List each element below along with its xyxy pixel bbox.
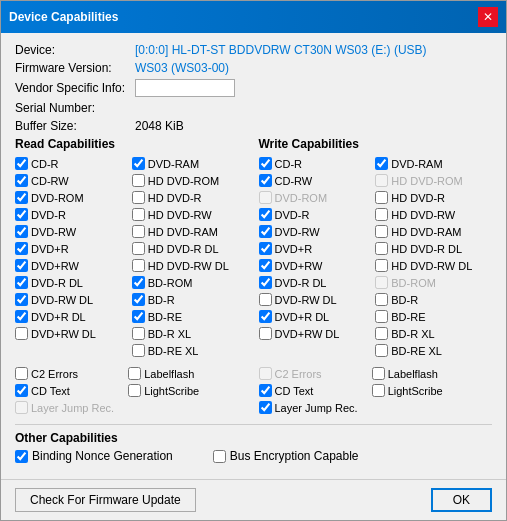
write-dvd-r-label: DVD-R	[275, 209, 310, 221]
write-col2: DVD-RAM HD DVD-ROM HD DVD-R HD DVD-RW HD…	[375, 155, 492, 359]
check-firmware-button[interactable]: Check For Firmware Update	[15, 488, 196, 512]
read-dvd-plus-rw-dl-check[interactable]	[15, 327, 28, 340]
vendor-input[interactable]	[135, 79, 235, 97]
read-dvd-r-dl-label: DVD-R DL	[31, 277, 83, 289]
write-bd-r-label: BD-R	[391, 294, 418, 306]
list-item: DVD+RW DL	[259, 325, 376, 342]
read-extra-col2: Labelflash LightScribe	[128, 365, 199, 416]
read-c2-errors-check[interactable]	[15, 367, 28, 380]
write-hd-dvd-r-check[interactable]	[375, 191, 388, 204]
list-item: DVD+R DL	[259, 308, 376, 325]
write-dvd-plus-r-check[interactable]	[259, 242, 272, 255]
read-dvd-r-dl-check[interactable]	[15, 276, 28, 289]
read-hd-dvd-ram-check[interactable]	[132, 225, 145, 238]
read-layer-jump-label: Layer Jump Rec.	[31, 402, 114, 414]
list-item: DVD-RAM	[132, 155, 249, 172]
write-lightscribe-check[interactable]	[372, 384, 385, 397]
read-hd-dvd-rw-check[interactable]	[132, 208, 145, 221]
list-item: HD DVD-ROM	[132, 172, 249, 189]
read-labelflash-check[interactable]	[128, 367, 141, 380]
write-dvd-plus-rw-dl-check[interactable]	[259, 327, 272, 340]
write-hd-dvd-rw-dl-check[interactable]	[375, 259, 388, 272]
read-dvd-plus-rw-check[interactable]	[15, 259, 28, 272]
write-cd-text-check[interactable]	[259, 384, 272, 397]
read-dvd-rom-check[interactable]	[15, 191, 28, 204]
write-extra: C2 Errors CD Text Layer Jump Rec. Labelf…	[259, 365, 493, 416]
read-bd-r-xl-label: BD-R XL	[148, 328, 191, 340]
write-hd-dvd-rom-check[interactable]	[375, 174, 388, 187]
read-bd-r-xl-check[interactable]	[132, 327, 145, 340]
write-hd-dvd-r-label: HD DVD-R	[391, 192, 445, 204]
list-item: DVD-RW	[259, 223, 376, 240]
read-hd-dvd-r-dl-label: HD DVD-R DL	[148, 243, 219, 255]
read-dvd-rw-dl-check[interactable]	[15, 293, 28, 306]
write-layer-jump-check[interactable]	[259, 401, 272, 414]
write-dvd-ram-check[interactable]	[375, 157, 388, 170]
write-cd-rw-check[interactable]	[259, 174, 272, 187]
bus-encryption-label: Bus Encryption Capable	[230, 449, 359, 463]
read-dvd-plus-r-label: DVD+R	[31, 243, 69, 255]
read-hd-dvd-rw-dl-check[interactable]	[132, 259, 145, 272]
firmware-value: WS03 (WS03-00)	[135, 61, 229, 75]
read-dvd-rw-check[interactable]	[15, 225, 28, 238]
read-cd-text-check[interactable]	[15, 384, 28, 397]
read-dvd-r-check[interactable]	[15, 208, 28, 221]
list-item: BD-R XL	[132, 325, 249, 342]
write-bd-rom-check[interactable]	[375, 276, 388, 289]
list-item: DVD+R	[15, 240, 132, 257]
write-cd-r-check[interactable]	[259, 157, 272, 170]
read-dvd-ram-check[interactable]	[132, 157, 145, 170]
write-layer-jump-label: Layer Jump Rec.	[275, 402, 358, 414]
write-dvd-r-dl-check[interactable]	[259, 276, 272, 289]
device-label: Device:	[15, 43, 135, 57]
read-c2-errors-label: C2 Errors	[31, 368, 78, 380]
read-hd-dvd-r-dl-check[interactable]	[132, 242, 145, 255]
list-item: LightScribe	[372, 382, 443, 399]
read-dvd-plus-r-dl-check[interactable]	[15, 310, 28, 323]
write-dvd-plus-rw-check[interactable]	[259, 259, 272, 272]
buffer-label: Buffer Size:	[15, 119, 135, 133]
read-cd-rw-check[interactable]	[15, 174, 28, 187]
write-c2-errors-check[interactable]	[259, 367, 272, 380]
close-button[interactable]: ✕	[478, 7, 498, 27]
write-dvd-r-check[interactable]	[259, 208, 272, 221]
write-bd-re-label: BD-RE	[391, 311, 425, 323]
write-dvd-plus-r-dl-check[interactable]	[259, 310, 272, 323]
write-dvd-rw-check[interactable]	[259, 225, 272, 238]
read-lightscribe-check[interactable]	[128, 384, 141, 397]
write-bd-r-xl-label: BD-R XL	[391, 328, 434, 340]
write-bd-r-check[interactable]	[375, 293, 388, 306]
write-dvd-plus-rw-label: DVD+RW	[275, 260, 323, 272]
read-hd-dvd-r-check[interactable]	[132, 191, 145, 204]
write-dvd-rw-dl-check[interactable]	[259, 293, 272, 306]
write-cap-grid: CD-R CD-RW DVD-ROM DVD-R DVD-RW DVD+R DV…	[259, 155, 493, 359]
read-bd-re-check[interactable]	[132, 310, 145, 323]
list-item: BD-RE	[132, 308, 249, 325]
binding-nonce-check[interactable]	[15, 450, 28, 463]
read-bd-rom-check[interactable]	[132, 276, 145, 289]
read-hd-dvd-rom-check[interactable]	[132, 174, 145, 187]
write-bd-r-xl-check[interactable]	[375, 327, 388, 340]
bus-encryption-check[interactable]	[213, 450, 226, 463]
read-dvd-plus-r-check[interactable]	[15, 242, 28, 255]
write-extra-col2: Labelflash LightScribe	[372, 365, 443, 416]
list-item: HD DVD-RAM	[375, 223, 492, 240]
write-cap-title: Write Capabilities	[259, 137, 493, 151]
write-labelflash-check[interactable]	[372, 367, 385, 380]
write-hd-dvd-ram-check[interactable]	[375, 225, 388, 238]
write-bd-re-check[interactable]	[375, 310, 388, 323]
ok-button[interactable]: OK	[431, 488, 492, 512]
read-bd-r-check[interactable]	[132, 293, 145, 306]
read-bd-re-xl-check[interactable]	[132, 344, 145, 357]
write-bd-re-xl-check[interactable]	[375, 344, 388, 357]
write-hd-dvd-rw-check[interactable]	[375, 208, 388, 221]
write-dvd-rom-check[interactable]	[259, 191, 272, 204]
read-layer-jump-check[interactable]	[15, 401, 28, 414]
write-hd-dvd-r-dl-check[interactable]	[375, 242, 388, 255]
read-cd-r-check[interactable]	[15, 157, 28, 170]
read-hd-dvd-rw-label: HD DVD-RW	[148, 209, 212, 221]
read-extra-col1: C2 Errors CD Text Layer Jump Rec.	[15, 365, 114, 416]
list-item: BD-R XL	[375, 325, 492, 342]
list-item: CD-RW	[259, 172, 376, 189]
list-item: DVD+RW DL	[15, 325, 132, 342]
